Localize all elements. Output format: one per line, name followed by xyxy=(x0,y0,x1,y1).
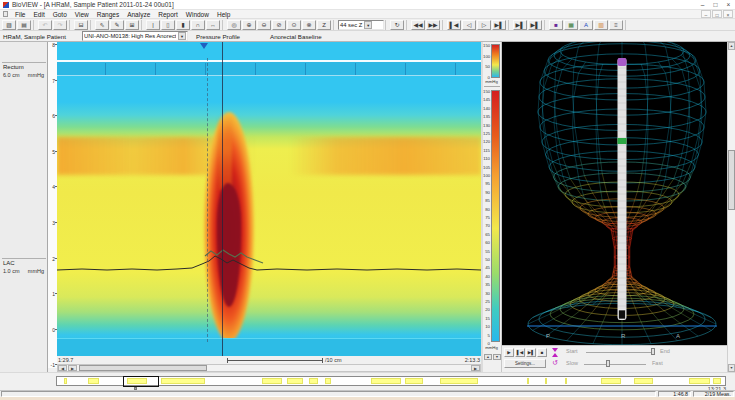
3d-pressure-viewer[interactable]: PRA xyxy=(502,42,727,345)
time-cursor[interactable] xyxy=(222,42,223,356)
toolbar-zoom-vertical-icon[interactable]: ⊙ xyxy=(287,20,301,30)
toolbar-next-event-icon[interactable]: ▷ xyxy=(477,20,491,30)
recorded-segment[interactable] xyxy=(287,378,303,384)
toolbar-measure-tool-icon[interactable]: ⊞ xyxy=(125,20,139,30)
toolbar-first-measurement[interactable]: ▌◀ xyxy=(447,20,461,30)
mdi-close-button[interactable]: × xyxy=(723,10,733,18)
menu-ranges[interactable]: Ranges xyxy=(93,10,123,19)
scale-up-icon[interactable]: ▲ xyxy=(484,354,492,360)
recorded-segment[interactable] xyxy=(405,378,423,384)
toolbar-open-icon[interactable]: ▨ xyxy=(2,20,16,30)
mdi-minimize-button[interactable]: – xyxy=(701,10,711,18)
play-button[interactable]: ▶ xyxy=(504,348,514,357)
settings-button[interactable]: Settings... xyxy=(504,359,546,368)
toolbar-prev-event-icon[interactable]: ◁ xyxy=(462,20,476,30)
scroll-left-icon[interactable]: ◀ xyxy=(58,365,67,371)
speed-slider-thumb[interactable] xyxy=(606,360,610,367)
heatmap-scrollbar[interactable]: ◀ ▶ ▶ xyxy=(57,364,481,372)
recorded-segment[interactable] xyxy=(545,378,547,384)
toolbar-fast-forward[interactable]: ▶▶ xyxy=(426,20,440,30)
recorded-segment[interactable] xyxy=(527,378,529,384)
toolbar-pencil-tool-icon[interactable]: ✎ xyxy=(110,20,124,30)
toolbar-redo-icon[interactable]: ↷ xyxy=(53,20,67,30)
speed-slider-track[interactable] xyxy=(584,364,646,365)
toolbar-zoom-out-icon[interactable]: ⊖ xyxy=(257,20,271,30)
recorded-segment[interactable] xyxy=(262,378,282,384)
recorded-segment[interactable] xyxy=(64,378,67,384)
channel-rectum-name[interactable]: Rectum xyxy=(3,64,24,70)
toolbar-zoom-tool-icon[interactable]: ◎ xyxy=(227,20,241,30)
toolbar-view-3d-icon[interactable]: ■ xyxy=(549,20,563,30)
toolbar-fast-rewind[interactable]: ◀◀ xyxy=(411,20,425,30)
range-slider-thumb[interactable] xyxy=(651,348,655,355)
protocol-select[interactable]: UNI-ANO-M0138: High Res Anorectal ▼ xyxy=(82,31,188,41)
time-scale-select[interactable]: 44 sec Z▼ xyxy=(338,20,384,30)
close-button[interactable]: × xyxy=(722,0,735,10)
recorded-segment[interactable] xyxy=(440,378,478,384)
toolbar-view-annotations-icon[interactable]: A xyxy=(579,20,593,30)
recorded-segment[interactable] xyxy=(309,378,318,384)
overview-strip[interactable] xyxy=(56,376,726,386)
toolbar-marker-line-icon[interactable]: | xyxy=(146,20,160,30)
recorded-segment[interactable] xyxy=(371,378,401,384)
rotate-icon[interactable]: ↺ xyxy=(552,359,558,367)
scroll-up-icon[interactable]: ▲ xyxy=(728,42,735,50)
menu-help[interactable]: Help xyxy=(213,10,234,19)
toolbar-save-icon[interactable]: ▤ xyxy=(17,20,31,30)
maximize-button[interactable]: □ xyxy=(709,0,722,10)
toolbar-select-tool-icon[interactable]: ⇖ xyxy=(95,20,109,30)
toolbar-prev-measurement[interactable]: ▶▌ xyxy=(513,20,527,30)
toolbar-undo-icon[interactable]: ↶ xyxy=(38,20,52,30)
step-back-button[interactable]: ▌◀ xyxy=(515,348,525,357)
toolbar-zoom-horizontal-icon[interactable]: ⊘ xyxy=(272,20,286,30)
chevron-down-icon[interactable]: ▼ xyxy=(364,21,372,29)
toolbar-zoom-fit-icon[interactable]: ⊗ xyxy=(302,20,316,30)
toolbar-view-colorscale-icon[interactable]: ▥ xyxy=(594,20,608,30)
scroll-down-icon[interactable]: ▼ xyxy=(728,364,735,372)
minimize-button[interactable]: – xyxy=(696,0,709,10)
recorded-segment[interactable] xyxy=(88,378,99,384)
recorded-segment[interactable] xyxy=(325,378,331,384)
scroll-right-end-icon[interactable]: ▶ xyxy=(471,365,480,371)
toolbar-marker-filled-icon[interactable]: ▮ xyxy=(176,20,190,30)
toolbar-next-measurement[interactable]: ▶▌ xyxy=(528,20,542,30)
recorded-segment[interactable] xyxy=(601,378,621,384)
toolbar-zoom-reset-icon[interactable]: Z xyxy=(317,20,331,30)
toolbar-print-icon[interactable]: ⊟ xyxy=(74,20,88,30)
step-forward-button[interactable]: ▶▌ xyxy=(526,348,536,357)
toolbar-marker-rect-icon[interactable]: ▯ xyxy=(161,20,175,30)
toolbar-view-events-icon[interactable]: ≡ xyxy=(609,20,623,30)
menu-goto[interactable]: Goto xyxy=(49,10,71,19)
toolbar-zoom-in-icon[interactable]: ⊕ xyxy=(242,20,256,30)
recorded-segment[interactable] xyxy=(634,378,653,384)
recorded-segment[interactable] xyxy=(161,378,205,384)
pressure-heatmap[interactable] xyxy=(57,42,481,356)
toolbar-marker-arc-icon[interactable]: ∩ xyxy=(191,20,205,30)
event-start-cursor[interactable] xyxy=(207,58,208,342)
channel-lac-name[interactable]: LAC xyxy=(3,260,15,266)
toolbar-marker-span-icon[interactable]: ↔ xyxy=(206,20,220,30)
3d-panel-scrollbar[interactable]: ▲ ▼ xyxy=(727,42,735,372)
recorded-segment[interactable] xyxy=(565,378,567,384)
menu-window[interactable]: Window xyxy=(182,10,213,19)
scrollbar-thumb[interactable] xyxy=(728,150,735,210)
event-marker-icon[interactable] xyxy=(200,43,208,49)
mdi-restore-button[interactable]: □ xyxy=(712,10,722,18)
scale-down-icon[interactable]: ▼ xyxy=(493,354,501,360)
toolbar-refresh-icon[interactable]: ↻ xyxy=(390,20,404,30)
toolbar-last-measurement[interactable]: ▶▌ xyxy=(492,20,506,30)
scroll-right-icon[interactable]: ▶ xyxy=(68,365,77,371)
current-view-selection[interactable] xyxy=(123,376,159,387)
toolbar-view-contour-icon[interactable]: ▦ xyxy=(564,20,578,30)
menu-file[interactable]: File xyxy=(11,10,29,19)
hourglass-icon[interactable] xyxy=(552,348,559,357)
chevron-down-icon[interactable]: ▼ xyxy=(178,32,186,40)
recorded-segment[interactable] xyxy=(689,378,710,384)
menu-report[interactable]: Report xyxy=(154,10,182,19)
recorded-segment[interactable] xyxy=(713,378,721,384)
stop-button[interactable]: ■ xyxy=(537,348,547,357)
range-slider-track[interactable] xyxy=(586,352,654,353)
menu-view[interactable]: View xyxy=(71,10,93,19)
menu-edit[interactable]: Edit xyxy=(29,10,48,19)
scrollbar-thumb[interactable] xyxy=(79,365,207,371)
